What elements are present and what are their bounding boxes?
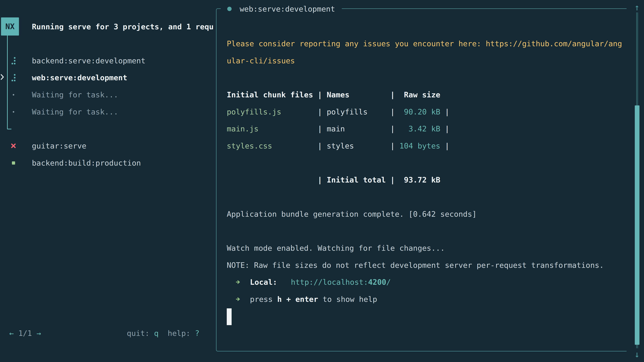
scroll-down-arrow[interactable]: ↓ <box>632 348 642 361</box>
spinner-icon <box>10 52 17 69</box>
chunk-file: styles.css <box>227 142 318 150</box>
table-total-row: |Initial total | 93.72 kB <box>227 171 440 188</box>
column-separator: | <box>390 142 395 150</box>
column-separator: | <box>390 125 395 133</box>
chunk-file: main.js <box>227 125 318 133</box>
watch-mode-line: Watch mode enabled. Watching for file ch… <box>227 240 445 257</box>
task-row-waiting-2[interactable]: Waiting for task... <box>0 103 215 120</box>
output-panel-title-text: web:serve:development <box>240 5 335 13</box>
local-url-line: Local:http://localhost:4200/ <box>227 274 391 291</box>
sidebar-title: Running serve for 3 projects, and 1 requ <box>32 18 214 35</box>
help-key: ? <box>195 330 200 337</box>
error-x-icon <box>10 137 17 154</box>
local-url-link[interactable]: http://localhost:4200/ <box>291 278 391 286</box>
column-separator: | <box>445 142 449 150</box>
scroll-up-arrow[interactable]: ↑ <box>632 1 642 14</box>
task-row-backend-build[interactable]: backend:build:production <box>0 154 215 171</box>
output-panel-title: web:serve:development <box>221 1 342 16</box>
task-row-guitar-serve[interactable]: guitar:serve <box>0 137 215 154</box>
selected-chevron-icon <box>0 73 4 82</box>
quit-key: q <box>154 330 159 337</box>
column-separator: | <box>390 176 395 184</box>
column-separator: | <box>318 176 322 184</box>
success-square-icon <box>10 154 17 171</box>
column-separator: | <box>445 125 449 133</box>
chunk-size: 90.20 kB <box>395 108 440 116</box>
waiting-dot-icon <box>10 86 17 103</box>
column-separator: | <box>390 108 395 116</box>
nx-tui-screen: NX Running serve for 3 projects, and 1 r… <box>0 0 644 362</box>
chunk-name: styles <box>327 142 390 150</box>
help-hint-line: pressh + enterto show help <box>227 291 377 308</box>
table-row: styles.css |styles | 104 bytes| <box>227 137 450 154</box>
help-label: help: <box>168 330 190 337</box>
column-separator: | <box>318 142 322 150</box>
task-label: Waiting for task... <box>32 108 118 116</box>
column-separator: | <box>318 91 322 98</box>
task-label: backend:build:production <box>32 159 141 167</box>
notice-line-1: Please consider reporting any issues you… <box>227 35 622 52</box>
scrollbar-thumb[interactable] <box>635 105 640 345</box>
bundle-complete-line: Application bundle generation complete. … <box>227 205 477 223</box>
notice-line-2: ular-cli/issues <box>227 52 295 69</box>
pagination: ←1/1→ <box>9 325 41 342</box>
table-row: main.js |main | 3.42 kB| <box>227 120 450 137</box>
task-label: web:serve:development <box>32 74 127 81</box>
help-key-combo: h + enter <box>277 296 318 303</box>
chunk-name: main <box>327 125 390 133</box>
total-size: 93.72 kB <box>395 176 440 184</box>
spinner-icon <box>10 69 17 86</box>
nx-logo: NX <box>1 17 19 35</box>
chunk-name: polyfills <box>327 108 390 116</box>
hotkeys-bar: quit:qhelp:? <box>127 325 200 342</box>
column-separator: | <box>318 108 322 116</box>
table-row: polyfills.js |polyfills | 90.20 kB| <box>227 103 450 120</box>
chunk-size: 3.42 kB <box>395 125 440 133</box>
total-label: Initial total <box>327 176 390 184</box>
local-label: Local: <box>250 278 277 286</box>
task-row-waiting-1[interactable]: Waiting for task... <box>0 86 215 103</box>
arrow-right-icon <box>236 296 241 303</box>
waiting-dot-icon <box>10 103 17 120</box>
table-header-row: Initial chunk files |Names | Raw size <box>227 86 440 103</box>
port-number: 4200 <box>368 278 386 287</box>
task-status-dot-icon <box>227 7 232 11</box>
task-label: guitar:serve <box>32 142 86 150</box>
task-row-web-serve-selected[interactable]: web:serve:development <box>0 69 215 86</box>
column-separator: | <box>318 125 322 133</box>
note-line: NOTE: Raw file sizes do not reflect deve… <box>227 257 604 274</box>
column-separator: | <box>445 108 449 116</box>
column-separator: | <box>390 91 395 98</box>
terminal-cursor <box>227 308 232 325</box>
task-label: Waiting for task... <box>32 91 118 98</box>
task-label: backend:serve:development <box>32 57 146 64</box>
arrow-right-icon <box>236 278 241 286</box>
quit-label: quit: <box>127 330 150 337</box>
task-row-backend-serve[interactable]: backend:serve:development <box>0 52 215 69</box>
chunk-size: 104 bytes <box>395 142 440 150</box>
page-indicator: 1/1 <box>18 330 32 337</box>
chunk-file: polyfills.js <box>227 108 318 116</box>
page-next-arrow[interactable]: → <box>36 330 41 337</box>
page-prev-arrow[interactable]: ← <box>9 330 14 337</box>
